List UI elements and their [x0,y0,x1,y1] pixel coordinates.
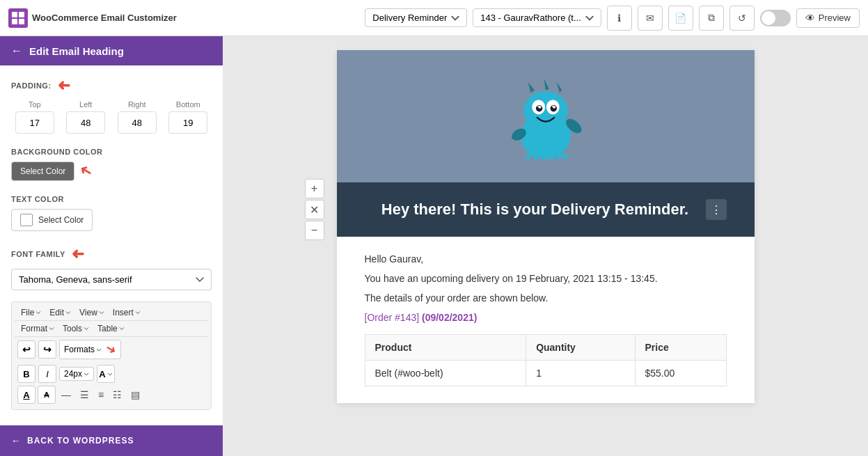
svg-point-1 [523,91,568,130]
editor-edit-menu[interactable]: Edit [46,306,74,319]
background-color-button[interactable]: Select Color [11,162,74,181]
sidebar-header: ← Edit Email Heading [0,36,223,65]
text-color-button[interactable]: Select Color [11,209,93,231]
table-header-price: Price [635,335,726,361]
document-button[interactable]: 📄 [668,6,693,31]
padding-top-input[interactable] [15,111,54,134]
email-greeting: Hello Gaurav, [365,253,727,265]
padding-bottom-input[interactable] [168,111,207,134]
refresh-button[interactable]: ↺ [729,6,755,31]
copy-button[interactable]: ⧉ [699,6,724,31]
email-details: The details of your order are shown belo… [365,292,727,304]
editor-toolbar-row-3: A A — ☰ ≡ ☷ ▤ [15,386,208,407]
formats-label: Formats [64,345,95,354]
strikethrough-button[interactable]: A [38,386,56,404]
email-order-link: [Order #143] (09/02/2021) [365,312,727,323]
table-cell-product: Belt (#woo-belt) [365,361,526,386]
zoom-plus-button[interactable]: + [305,179,324,198]
undo-button[interactable]: ↩ [17,340,35,359]
font-family-dropdown[interactable]: Tahoma, Geneva, sans-serif [11,269,212,290]
email-heading-text: Hey there! This is your Delivery Reminde… [365,201,706,219]
email-heading-bar[interactable]: Hey there! This is your Delivery Reminde… [337,182,755,237]
app-title: WooCommerce Email Customizer [32,13,177,23]
preview-button[interactable]: 👁 Preview [796,8,860,28]
zoom-controls: + ✕ − [305,179,324,240]
editor-toolbar-row-2: B I 24px A [15,362,208,386]
formats-dropdown[interactable]: Formats ➜ [59,340,121,359]
text-color-toolbar-button[interactable]: A [97,365,115,383]
main-layout: ← Edit Email Heading PADDING: ➜ Top Left [0,36,868,456]
table-header-product: Product [365,335,526,361]
chevron-down-icon-font [196,277,204,283]
underline-button[interactable]: A [17,386,35,404]
formats-chevron-icon [96,348,102,352]
background-color-section: BACKGROUND COLOR Select Color ➜ [11,148,212,181]
email-body: Hello Gaurav, You have an upcoming deliv… [337,237,755,403]
preview-toggle[interactable] [760,10,791,26]
editor-insert-menu[interactable]: Insert [109,306,144,319]
heading-options-button[interactable]: ⋮ [706,199,727,220]
svg-point-13 [537,106,539,108]
redo-button[interactable]: ↪ [38,340,56,359]
order-dropdown[interactable]: 143 - GauravRathore (t... [473,8,601,27]
font-size-selector[interactable]: 24px [59,367,94,381]
padding-section: PADDING: ➜ Top Left Right [11,77,212,134]
color-chevron-icon [107,372,113,376]
back-arrow-icon[interactable]: ← [11,45,22,57]
svg-point-14 [551,106,553,108]
table-header-quantity: Quantity [526,335,635,361]
order-link-text[interactable]: [Order #143] [365,312,420,323]
email-message: You have an upcoming delivery on 19 Febr… [365,273,727,284]
sidebar-body: PADDING: ➜ Top Left Right [0,65,223,425]
template-dropdown[interactable]: Delivery Reminder [365,8,467,27]
font-size-chevron-icon [84,372,89,376]
svg-marker-11 [544,79,549,91]
padding-label: PADDING: ➜ [11,77,212,95]
padding-right-col: Right [113,100,161,134]
email-button[interactable]: ✉ [638,6,663,31]
order-table: Product Quantity Price Belt (#woo-belt) … [365,334,727,386]
editor-toolbar: File Edit View Insert Format Tools Table… [11,301,212,410]
content-area: + ✕ − Hey there! This is your Delivery R… [223,36,868,456]
email-heading-wrapper: + ✕ − Hey there! This is your Delivery R… [337,182,755,237]
hero-image [337,50,755,182]
editor-table-menu[interactable]: Table [94,322,128,335]
monster-illustration [500,64,591,168]
editor-format-menu[interactable]: Format [17,322,58,335]
text-color-label: TEXT COLOR [11,195,212,203]
align-right-button[interactable]: ☷ [109,387,125,402]
divider-button[interactable]: — [58,387,74,402]
svg-marker-12 [556,82,562,93]
table-cell-price: $55.00 [635,361,726,386]
svg-marker-10 [528,82,534,93]
table-header-row: Product Quantity Price [365,335,726,361]
align-left-button[interactable]: ☰ [77,387,93,402]
padding-right-input[interactable] [118,111,157,134]
back-to-wordpress[interactable]: ← BACK TO WORDPRESS [0,425,223,456]
italic-button[interactable]: I [38,365,56,383]
chevron-down-icon-2 [585,14,594,22]
editor-tools-menu[interactable]: Tools [59,322,93,335]
editor-file-menu[interactable]: File [17,306,45,319]
editor-toolbar-row-1: ↩ ↪ Formats ➜ [15,337,208,362]
bold-button[interactable]: B [17,365,35,383]
top-bar: WooCommerce Email Customizer Delivery Re… [0,0,868,36]
editor-menu-bar: File Edit View Insert [15,305,208,321]
zoom-minus-button[interactable]: − [305,221,324,240]
chevron-down-icon [451,14,459,22]
font-family-section: FONT FAMILY ➜ Tahoma, Geneva, sans-serif [11,245,212,290]
text-color-section: TEXT COLOR Select Color [11,195,212,231]
zoom-cross-button[interactable]: ✕ [305,200,324,219]
padding-top-col: Top [11,100,58,134]
info-button[interactable]: ℹ [607,6,632,31]
editor-view-menu[interactable]: View [76,306,108,319]
align-center-button[interactable]: ≡ [95,387,107,402]
app-grid-icon [8,8,28,28]
color-swatch [20,214,33,226]
padding-left-input[interactable] [66,111,105,134]
email-preview: + ✕ − Hey there! This is your Delivery R… [337,50,755,403]
padding-left-col: Left [63,100,110,134]
order-date: (09/02/2021) [422,312,477,323]
editor-menu-bar-2: Format Tools Table [15,321,208,337]
align-justify-button[interactable]: ▤ [127,387,143,402]
